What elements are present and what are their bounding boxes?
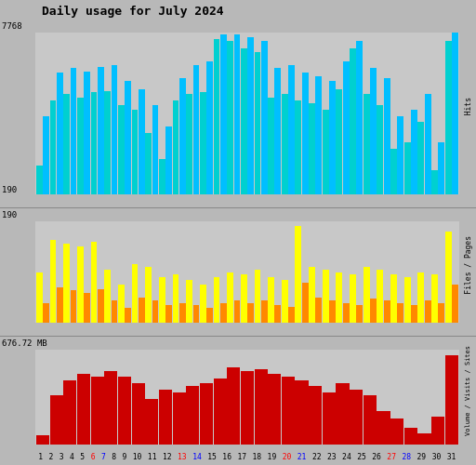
bar-lightblue — [452, 33, 458, 194]
bar-lightblue — [71, 68, 77, 194]
bar-orange — [179, 303, 186, 324]
bar-cyan — [159, 159, 165, 194]
bar-group — [309, 221, 322, 324]
bar-group — [132, 221, 145, 324]
bar-group — [214, 221, 227, 324]
bar-red — [364, 395, 377, 445]
bar-group — [404, 33, 417, 194]
bar-red — [445, 355, 458, 445]
bar-orange — [343, 303, 350, 324]
bar-group — [417, 33, 430, 194]
bar-red — [159, 390, 172, 445]
bar-red — [336, 383, 349, 445]
bar-group — [377, 221, 390, 324]
bar-yellow — [159, 277, 165, 323]
bar-red — [186, 386, 199, 445]
bar-group — [390, 221, 403, 324]
x-label: 29 — [417, 453, 427, 461]
x-label: 9 — [122, 453, 126, 461]
bar-group — [282, 33, 295, 194]
bar-cyan — [255, 52, 261, 194]
bar-lightblue — [274, 68, 281, 194]
bar-red — [255, 369, 268, 445]
bar-red — [309, 386, 322, 445]
bar-lightblue — [84, 72, 90, 194]
bar-group — [282, 221, 295, 324]
x-label: 18 — [253, 453, 262, 461]
x-label: 25 — [357, 453, 366, 461]
top-y-min: 190 — [2, 185, 17, 194]
bar-group — [186, 33, 199, 194]
bar-yellow — [214, 277, 220, 323]
bar-group — [336, 221, 349, 324]
bar-cyan — [431, 170, 438, 194]
bar-yellow — [364, 267, 370, 323]
bar-yellow — [104, 270, 111, 323]
bar-yellow — [417, 272, 424, 324]
bar-cyan — [364, 94, 370, 194]
bar-lightblue — [234, 34, 241, 194]
bar-orange — [397, 303, 403, 324]
x-label: 23 — [327, 453, 337, 461]
bar-orange — [125, 308, 131, 323]
bar-group — [255, 33, 268, 194]
bar-cyan — [282, 94, 288, 194]
x-label: 5 — [80, 453, 85, 461]
bar-cyan — [390, 149, 397, 194]
bar-lightblue — [179, 78, 186, 194]
bar-group — [214, 33, 227, 194]
bar-lightblue — [425, 94, 431, 194]
bar-yellow — [431, 274, 438, 324]
bar-red — [63, 380, 76, 445]
bar-yellow — [77, 246, 84, 323]
bar-red — [104, 371, 117, 445]
bar-yellow — [132, 264, 139, 324]
bar-cyan — [295, 100, 301, 194]
bar-cyan — [214, 39, 220, 194]
bar-red — [431, 417, 444, 445]
bar-group — [50, 221, 63, 324]
bar-yellow — [227, 272, 233, 324]
bar-group — [104, 221, 117, 324]
bar-orange — [234, 300, 241, 323]
bar-red — [173, 392, 186, 445]
bar-orange — [220, 303, 227, 324]
x-label: 12 — [163, 453, 172, 461]
bar-red — [390, 418, 403, 445]
bar-orange — [98, 289, 104, 323]
bar-group — [390, 33, 403, 194]
bar-lightblue — [315, 76, 322, 194]
bar-group — [50, 33, 63, 194]
bar-yellow — [200, 285, 206, 324]
bar-orange — [57, 287, 63, 323]
bar-red — [282, 377, 295, 445]
bar-lightblue — [329, 81, 336, 194]
bar-group — [173, 221, 186, 324]
chart-title: Daily usage for July 2024 — [0, 0, 476, 20]
bar-orange — [302, 283, 309, 324]
bar-group — [63, 33, 76, 194]
bar-orange — [112, 300, 118, 323]
bot-y-max: 676.72 MB — [2, 339, 47, 348]
mid-y-max: 190 — [2, 210, 17, 219]
bar-group — [309, 33, 322, 194]
bar-group — [377, 33, 390, 194]
bar-red — [77, 374, 90, 445]
bar-lightblue — [370, 68, 377, 194]
bar-lightblue — [220, 34, 227, 194]
bar-orange — [384, 300, 390, 323]
x-label: 15 — [207, 453, 217, 461]
bar-group — [104, 33, 117, 194]
bar-cyan — [227, 41, 233, 194]
bar-yellow — [404, 277, 411, 323]
bar-group — [336, 33, 349, 194]
bar-yellow — [350, 274, 356, 324]
bar-lightblue — [302, 73, 309, 193]
bar-yellow — [295, 226, 301, 323]
bar-group — [417, 221, 430, 324]
bar-red — [36, 435, 49, 445]
bar-lightblue — [139, 89, 145, 194]
bar-lightblue — [288, 65, 295, 194]
bar-orange — [452, 285, 458, 324]
bot-side-label: Volume / Visits / Sites — [460, 337, 475, 445]
